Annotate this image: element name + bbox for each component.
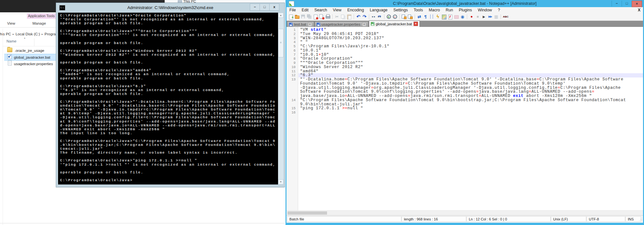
cmd-scrollbar-thumb[interactable]: ≡ (278, 29, 284, 57)
macro-play-icon[interactable] (481, 14, 487, 19)
editor-line[interactable]: "'-Dcatalina.home=C:\Program Files\Apach… (298, 77, 643, 82)
editor-line[interactable]: "C:\Program Files\Java\jre-10.0.1" (298, 44, 643, 49)
folder-as-workspace-icon[interactable] (454, 14, 459, 19)
macro-save-icon[interactable] (493, 14, 499, 19)
undo-icon[interactable] (356, 14, 361, 19)
redo-icon[interactable] (362, 14, 367, 19)
print-icon[interactable] (325, 14, 331, 19)
editor-line[interactable]: java.base/java.io=ALL-UNNAMED --add-open… (298, 94, 643, 98)
macro-run-multiple-icon[interactable] (487, 14, 493, 19)
spell-check-icon[interactable] (503, 14, 508, 19)
tab-close-icon[interactable]: × (362, 22, 366, 27)
show-all-characters-icon[interactable] (423, 14, 428, 19)
notepadpp-maximize-button[interactable]: □ (622, 1, 632, 6)
cmd-titlebar[interactable]: C:\ Administrator: C:\Windows\system32\c… (56, 3, 285, 13)
close-all-icon[interactable] (319, 14, 324, 19)
zoom-in-icon[interactable] (386, 14, 392, 19)
menu-item-language[interactable]: Language (367, 7, 391, 12)
cmd-close-button[interactable]: x (269, 4, 279, 11)
paste-icon[interactable] (346, 14, 352, 19)
open-file-icon[interactable] (294, 14, 300, 19)
editor-area[interactable]: 12345678910111213141516 "VM start""Tue M… (286, 27, 643, 218)
scroll-up-icon[interactable]: ▲ (278, 13, 284, 18)
document-close-x-button[interactable]: X (638, 8, 640, 12)
editor-text[interactable]: "VM start""Tue May 29 06:45:41 PDT 2018"… (298, 27, 643, 115)
menu-item-view[interactable]: View (330, 7, 344, 12)
editor-line[interactable]: "Windows Server 2012 R2" (298, 65, 643, 69)
menu-item-settings[interactable]: Settings (390, 7, 410, 12)
cmd-minimize-button[interactable]: – (250, 4, 260, 11)
menu-item-run[interactable]: Run (443, 7, 456, 12)
ribbon-tab-application-tools[interactable]: Application Tools (27, 13, 56, 19)
monitoring-icon[interactable] (460, 14, 465, 19)
editor-horizontal-scrollbar[interactable] (286, 210, 643, 216)
document-map-icon[interactable] (441, 14, 447, 19)
word-wrap-icon[interactable] (417, 14, 422, 19)
tab-global_javatracker-bat[interactable]: global_javatracker.bat× (369, 20, 420, 27)
new-file-icon[interactable] (288, 14, 294, 19)
menu-item-search[interactable]: Search (311, 7, 330, 12)
hscrollbar-thumb[interactable] (287, 211, 327, 215)
cmd-window[interactable]: C:\ Administrator: C:\Windows\system32\c… (56, 3, 285, 187)
ribbon-tab-view[interactable]: View (7, 21, 15, 25)
resize-grip[interactable]: .:: (639, 218, 642, 221)
notepadpp-close-button[interactable]: × (632, 1, 642, 7)
file-row[interactable]: global_javatracker.bat (4, 54, 56, 61)
copy-icon[interactable] (340, 14, 346, 19)
editor-line[interactable]: "C:\Program Files\Apache Software Founda… (298, 98, 643, 102)
sync-vertical-icon[interactable] (401, 14, 407, 19)
macro-stop-icon[interactable] (475, 14, 480, 19)
cut-icon[interactable] (334, 14, 340, 19)
status-eol-format[interactable]: Unix (LF) (551, 216, 586, 222)
macro-record-icon[interactable] (469, 14, 474, 19)
editor-line[interactable]: "Tue May 29 06:45:41 PDT 2018" (298, 32, 643, 36)
editor-line[interactable]: "amd64" (298, 69, 643, 74)
function-list-icon[interactable] (447, 14, 453, 19)
notepadpp-titlebar[interactable]: C:\ProgramData\Oracle\Java\global_javatr… (286, 0, 644, 7)
menu-item-plugins[interactable]: Plugins (456, 7, 475, 12)
editor-line[interactable]: "WIN-2848GLOTO7H/10.203.202.137" (298, 36, 643, 41)
menu-item-tools[interactable]: Tools (411, 7, 426, 12)
breadcrumb[interactable]: This PC▸Local Disk (C:)▸ProgramD (0, 32, 56, 37)
file-row[interactable]: .oracle_jre_usage (0, 48, 56, 54)
cmd-vertical-scrollbar[interactable]: ▲ ≡ ▼ (278, 13, 284, 184)
column-header-name[interactable]: Name (6, 39, 17, 43)
editor-line[interactable]: "VM start" (298, 28, 643, 32)
close-file-icon[interactable] (313, 14, 318, 19)
cmd-console[interactable]: C:\ProgramData\Oracle\Java>"Oracle Corpo… (58, 13, 278, 184)
editor-line[interactable]: Foundation\Tomcat 9.0' '-Djava.io.tmpdir… (298, 82, 643, 86)
menu-item-encoding[interactable]: Encoding (344, 7, 367, 12)
menu-item-help[interactable]: ? (495, 7, 503, 12)
menu-item-macro[interactable]: Macro (426, 7, 443, 12)
breadcrumb-segment[interactable]: ProgramD (44, 32, 56, 36)
sync-horizontal-icon[interactable] (407, 14, 413, 19)
cmd-maximize-button[interactable]: □ (260, 4, 270, 11)
breadcrumb-segment[interactable]: Local Disk (C:) (16, 32, 40, 36)
editor-line[interactable]: "10.0.1" (298, 49, 643, 53)
menu-item-window[interactable]: Window (475, 7, 495, 12)
menu-item-file[interactable]: File (286, 7, 299, 12)
ribbon-tab-manage[interactable]: Manage (32, 21, 46, 25)
menu-item-edit[interactable]: Edit (299, 7, 311, 12)
line-number: 15 (286, 106, 298, 111)
notepadpp-window[interactable]: C:\ProgramData\Oracle\Java\global_javatr… (286, 0, 644, 225)
editor-line[interactable]: """Oracle Corporation""" (298, 61, 643, 65)
file-row[interactable]: usagetracker.properties (0, 61, 56, 67)
define-language-icon[interactable] (435, 14, 441, 19)
indent-guide-icon[interactable] (429, 14, 434, 19)
notepadpp-minimize-button[interactable]: – (612, 1, 622, 6)
save-icon[interactable] (300, 14, 306, 19)
zoom-out-icon[interactable] (392, 14, 398, 19)
tab-usagetracker-properties[interactable]: usagetracker.properties× (315, 21, 368, 27)
save-all-icon[interactable] (307, 14, 312, 19)
editor-line[interactable] (298, 111, 643, 115)
status-encoding[interactable]: UTF-8 (587, 216, 625, 222)
tab-close-icon[interactable]: × (308, 22, 312, 27)
breadcrumb-segment[interactable]: This PC (0, 32, 11, 36)
tab-test-bat[interactable]: test.bat× (287, 21, 314, 27)
scroll-down-icon[interactable]: ▼ (278, 179, 284, 184)
tab-close-icon[interactable]: × (414, 22, 418, 26)
find-icon[interactable] (371, 14, 376, 19)
replace-icon[interactable] (377, 14, 383, 19)
editor-line[interactable]: "ping 172.0.1.1 >=null " (298, 106, 643, 111)
